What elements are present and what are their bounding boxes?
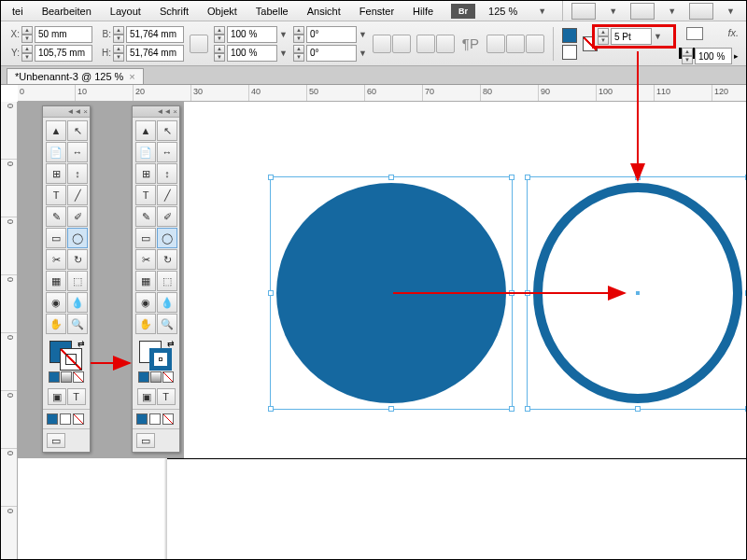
rect-frame-tool[interactable]: ▭ — [46, 228, 66, 248]
flip-h-icon[interactable] — [416, 35, 435, 53]
sx-spinner[interactable]: ▲▼ — [214, 26, 225, 43]
shear-spinner[interactable]: ▲▼ — [293, 45, 304, 62]
apply-color-icon[interactable] — [49, 371, 60, 383]
line-tool[interactable]: ╱ — [157, 185, 177, 205]
fx-button[interactable]: fx. — [727, 27, 739, 38]
rotate-tool[interactable]: ↻ — [157, 249, 177, 270]
swap-icon[interactable]: ⇄ — [167, 339, 175, 348]
ellipse-tool[interactable]: ◯ — [67, 228, 88, 248]
h-spinner[interactable]: ▲▼ — [113, 45, 124, 62]
mode-normal-icon[interactable] — [47, 413, 58, 425]
mode-bleed-icon[interactable] — [73, 413, 84, 425]
rotate-ccw-icon[interactable] — [392, 35, 411, 53]
zoom-tool[interactable]: 🔍 — [157, 314, 177, 334]
frame-tool[interactable]: ⬚ — [67, 271, 88, 291]
rotate-cw-icon[interactable] — [373, 35, 391, 53]
scissors-tool[interactable]: ✂ — [46, 249, 66, 270]
content-tool-2[interactable]: ↕ — [157, 163, 177, 184]
menu-hilfe[interactable]: Hilfe — [405, 3, 441, 20]
stroke-spinner[interactable]: ▲▼ — [598, 28, 609, 45]
fill-stroke-swatch[interactable]: ⇄ — [49, 341, 83, 369]
scale-y-field[interactable]: 100 % — [227, 45, 277, 62]
scissors-tool[interactable]: ✂ — [135, 249, 156, 270]
pen-tool[interactable]: ✎ — [135, 206, 156, 227]
vertical-ruler[interactable]: 00000000 — [1, 102, 18, 559]
apply-none-icon[interactable] — [162, 371, 174, 383]
direct-select-tool[interactable]: ↖ — [67, 120, 88, 141]
pen-tool[interactable]: ✎ — [46, 206, 66, 227]
h-field[interactable]: 51,764 mm — [126, 45, 184, 62]
page-tool[interactable]: 📄 — [135, 142, 156, 162]
content-tool-2[interactable]: ↕ — [67, 163, 88, 184]
horizontal-ruler[interactable]: 0102030405060708090100110120 — [18, 85, 746, 102]
view-mode-icon[interactable]: ▭ — [136, 433, 155, 448]
opac-spinner[interactable]: ▲▼ — [682, 48, 693, 64]
stroke-swatch-icon[interactable] — [562, 45, 577, 60]
menu-layout[interactable]: Layout — [103, 3, 148, 20]
apply-gradient-icon[interactable] — [61, 371, 72, 383]
eyedropper-tool[interactable]: 💧 — [157, 292, 177, 313]
eyedropper-tool[interactable]: 💧 — [67, 292, 88, 313]
content-tool[interactable]: ⊞ — [135, 163, 156, 184]
x-field[interactable]: 50 mm — [35, 26, 92, 43]
format-container-icon[interactable]: ▣ — [48, 388, 66, 405]
selection-tool[interactable]: ▲ — [46, 120, 66, 141]
mode-normal-icon[interactable] — [136, 413, 148, 425]
gap-tool[interactable]: ↔ — [67, 142, 88, 162]
view-mode-icon[interactable]: ▭ — [47, 433, 65, 448]
menu-datei[interactable]: tei — [5, 3, 31, 20]
line-tool[interactable]: ╱ — [67, 185, 88, 205]
rotation-field[interactable]: 0° — [306, 26, 357, 43]
bridge-button[interactable]: Br — [451, 4, 475, 19]
mode-bleed-icon[interactable] — [162, 413, 174, 425]
menu-ansicht[interactable]: Ansicht — [300, 3, 348, 20]
screen-mode-1[interactable] — [571, 3, 596, 20]
shear-field[interactable]: 0° — [306, 45, 357, 62]
fill-stroke-swatch-after[interactable]: ⇄ — [139, 341, 173, 369]
align-1-icon[interactable] — [486, 35, 505, 53]
collapse-icon[interactable]: ◄◄ — [66, 107, 81, 116]
gap-tool[interactable]: ↔ — [157, 142, 177, 162]
close-tab-icon[interactable]: × — [129, 71, 134, 82]
grid-tool[interactable]: ▦ — [46, 271, 66, 291]
document-tab[interactable]: *Unbenannt-3 @ 125 % × — [7, 68, 144, 84]
menu-tabelle[interactable]: Tabelle — [248, 3, 296, 20]
y-spinner[interactable]: ▲▼ — [21, 45, 33, 62]
stroke-style-btn[interactable] — [686, 27, 703, 40]
rect-frame-tool[interactable]: ▭ — [135, 228, 156, 248]
align-2-icon[interactable] — [506, 35, 525, 53]
mode-preview-icon[interactable] — [149, 413, 161, 425]
zoom-tool[interactable]: 🔍 — [67, 314, 88, 334]
paragraph-icon[interactable]: ¶P — [462, 35, 479, 51]
direct-select-tool[interactable]: ↖ — [157, 120, 177, 141]
fill-swatch-icon[interactable] — [562, 28, 577, 43]
menu-bearbeiten[interactable]: Bearbeiten — [35, 3, 99, 20]
flip-v-icon[interactable] — [436, 35, 455, 53]
apply-color-icon[interactable] — [138, 371, 149, 383]
swap-icon[interactable]: ⇄ — [78, 339, 85, 348]
close-icon[interactable]: × — [83, 107, 88, 116]
menu-schrift[interactable]: Schrift — [152, 3, 196, 20]
y-field[interactable]: 105,75 mm — [35, 45, 92, 62]
align-3-icon[interactable] — [526, 35, 544, 53]
apply-gradient-icon[interactable] — [150, 371, 162, 383]
frame-tool[interactable]: ⬚ — [157, 271, 177, 291]
format-text-icon[interactable]: T — [67, 388, 86, 405]
content-tool[interactable]: ⊞ — [46, 163, 66, 184]
mode-preview-icon[interactable] — [60, 413, 71, 425]
screen-mode-2[interactable] — [630, 3, 655, 20]
pencil-tool[interactable]: ✐ — [157, 206, 177, 227]
format-container-icon[interactable]: ▣ — [137, 388, 156, 405]
w-spinner[interactable]: ▲▼ — [113, 26, 124, 43]
collapse-icon[interactable]: ◄◄ — [156, 107, 171, 116]
menu-objekt[interactable]: Objekt — [200, 3, 245, 20]
ellipse-tool[interactable]: ◯ — [157, 228, 177, 248]
selection-tool[interactable]: ▲ — [135, 120, 156, 141]
screen-mode-3[interactable] — [689, 3, 713, 20]
w-field[interactable]: 51,764 mm — [126, 26, 184, 43]
gradient-tool[interactable]: ◉ — [46, 292, 66, 313]
hand-tool[interactable]: ✋ — [135, 314, 156, 334]
x-spinner[interactable]: ▲▼ — [21, 26, 33, 43]
apply-none-icon[interactable] — [73, 371, 84, 383]
opacity-field[interactable]: 100 % — [695, 48, 732, 64]
